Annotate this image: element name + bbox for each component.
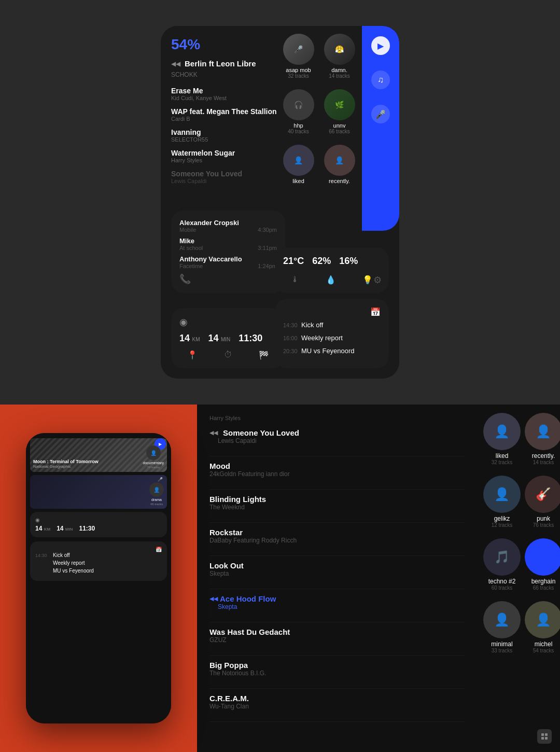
playlist-avatar: 🎸	[525, 476, 560, 513]
now-playing-title: Berlin ft Leon Libre	[185, 59, 256, 68]
playlist-name: liked	[292, 178, 304, 184]
track-artist: Skepta	[209, 603, 465, 610]
playlist-count: 66 tracks	[533, 585, 554, 591]
playlist-item[interactable]: berghain 66 tracks	[525, 538, 560, 591]
track-list-item[interactable]: Rockstar DaBaby Featuring Roddy Ricch	[209, 523, 465, 556]
playing-indicator: ◀◀	[209, 595, 218, 602]
contact-type: Mobile	[179, 227, 196, 233]
playlist-item[interactable]: 👤 michel 54 tracks	[525, 601, 560, 653]
playlist-avatar	[525, 538, 560, 576]
nav-distance-unit: KM	[192, 337, 200, 342]
contact-time: 3:11pm	[258, 245, 277, 251]
settings-icon[interactable]: ⚙	[373, 274, 382, 286]
playlist-item[interactable]: 🎸 punk 76 tracks	[525, 476, 560, 528]
contact-sub: Facetime 1:24pm	[179, 263, 277, 269]
track-list-item[interactable]: Mood 24kGoldn Featuring iann dior	[209, 456, 465, 490]
speaker-icon: ◀◀	[171, 60, 180, 67]
playlist-name: asap mob	[286, 67, 311, 73]
weather-icons-row: 🌡 💧 💡	[283, 275, 381, 285]
playlist-avatar: 😤	[324, 34, 355, 65]
playlist-name: punk	[537, 515, 550, 522]
phone-calendar-event: 14:30 Kick off	[35, 552, 162, 558]
playlist-count: 76 tracks	[533, 522, 554, 528]
contact-item[interactable]: Alexander Cropski Mobile 4:30pm	[179, 219, 277, 233]
playlist-count: 66 tracks	[329, 129, 350, 134]
track-artist: 24kGoldn Featuring iann dior	[209, 470, 465, 478]
playlist-avatar: 👤	[525, 413, 560, 450]
playlist-item[interactable]: 👤 recently. 14 tracks	[525, 413, 560, 465]
playlist-name: hhp	[293, 122, 303, 129]
playlist-count: 14 tracks	[533, 459, 554, 465]
track-list-item[interactable]: Look Out Skepta	[209, 556, 465, 589]
music-note-icon[interactable]: ♫	[371, 71, 390, 89]
playlist-item[interactable]: 🎵 techno #2 60 tracks	[483, 538, 521, 591]
calendar-event: 20:30 MU vs Feyenoord	[283, 347, 381, 355]
track-list-item[interactable]: C.R.E.A.M. Wu-Tang Clan	[209, 689, 465, 722]
event-title: Weekly report	[301, 334, 343, 342]
mic-icon[interactable]: 🎤	[371, 105, 390, 123]
temperature: 21°C	[283, 256, 304, 267]
playlist-avatar: 👤	[525, 601, 560, 638]
event-time: 20:30	[283, 348, 301, 354]
playlist-hhp[interactable]: 🎧 hhp 40 tracks	[280, 89, 317, 134]
playlist-item[interactable]: 👤 gelikz 12 tracks	[483, 476, 521, 528]
event-time: 16:00	[283, 335, 301, 341]
track-title: Rockstar	[209, 528, 465, 537]
droplet-icon: 💧	[326, 275, 336, 285]
nav-time: 11:30	[239, 333, 262, 344]
video-thumbnail[interactable]: Moon : Terminal of Tomorrow National Geo…	[30, 438, 167, 472]
track-list-item[interactable]: Was Hast Du Gedacht GZUZ	[209, 622, 465, 656]
phone-calendar-widget: 📅 14:30 Kick off Weekly report MU vs Fey…	[30, 541, 167, 581]
contact-item[interactable]: Anthony Vaccarello Facetime 1:24pm	[179, 255, 277, 269]
phone-icon-row: 📞	[179, 273, 277, 285]
track-list-item-playing[interactable]: ◀◀ Ace Hood Flow Skepta	[209, 589, 465, 622]
playlist-name: recently.	[329, 178, 350, 184]
phone-event-time: 14:30	[35, 553, 50, 558]
track-title: Mood	[209, 462, 465, 470]
playlist-count: 60 tracks	[492, 585, 513, 591]
event-time: 14:30	[283, 322, 301, 328]
playlist-count: 54 tracks	[533, 648, 554, 653]
playlist-name: gelikz	[494, 515, 510, 522]
weather-widget: 21°C 62% 16% 🌡 💧 💡 ⚙	[275, 247, 389, 293]
play-icon[interactable]: ▶	[371, 36, 390, 55]
playlist-avatar: 👤	[483, 476, 521, 513]
expand-icon[interactable]	[537, 729, 552, 744]
playlist-count: 32 tracks	[288, 73, 309, 79]
track-list-item[interactable]: Big Poppa The Notorious B.I.G.	[209, 656, 465, 689]
playlist-liked[interactable]: 👤 liked	[280, 145, 317, 184]
playlist-recently[interactable]: 👤 recently.	[321, 145, 358, 184]
playlist-avatar: 🌿	[324, 89, 355, 120]
contact-item[interactable]: Mike At school 3:11pm	[179, 237, 277, 251]
playlist-item[interactable]: 👤 minimal 33 tracks	[483, 601, 521, 653]
contact-type: At school	[179, 245, 203, 251]
playlist-count: 33 tracks	[492, 648, 513, 653]
track-list-item[interactable]: Blinding Lights The Weeknd	[209, 490, 465, 523]
phone-calendar-event: Weekly report	[35, 560, 162, 566]
blue-accent-panel: ▶ ♫ 🎤	[362, 26, 399, 231]
playlist-avatar: 🎵	[483, 538, 521, 576]
track-title: Someone You Loved	[223, 428, 299, 437]
playlist-name: michel	[535, 640, 553, 648]
playlist-asap-mob[interactable]: 🎤 asap mob 32 tracks	[280, 34, 317, 79]
calendar-event: 14:30 Kick off	[283, 321, 381, 329]
rain-chance: 16%	[339, 256, 358, 267]
video-thumbnail[interactable]: 👤 drama 46 tracks	[30, 475, 167, 509]
phone-frame: Moon : Terminal of Tomorrow National Geo…	[26, 433, 171, 723]
event-title: MU vs Feyenoord	[301, 347, 355, 355]
event-title: Kick off	[301, 321, 323, 329]
track-list-item[interactable]: ◀◀ Someone You Loved Lewis Capaldi	[209, 423, 465, 456]
track-title: Ace Hood Flow	[220, 594, 276, 603]
phone-event-title: Weekly report	[53, 560, 85, 566]
music-list-panel: Harry Styles ◀◀ Someone You Loved Lewis …	[197, 405, 477, 752]
playlist-count: 32 tracks	[492, 459, 513, 465]
nav-duration-unit: MIN	[221, 337, 230, 342]
playlist-damn[interactable]: 😤 damn. 14 tracks	[321, 34, 358, 79]
playlist-item[interactable]: 👤 liked 32 tracks	[483, 413, 521, 465]
contact-time: 4:30pm	[258, 227, 277, 233]
top-section: ▶ ♫ 🎤 54% ◀◀ Berlin ft Leon Libre SCHOKK…	[0, 0, 560, 405]
playlist-unnv[interactable]: 🌿 unnv 66 tracks	[321, 89, 358, 134]
calendar-widget: 📅 14:30 Kick off 16:00 Weekly report 20:…	[275, 299, 389, 368]
timer-icon: ⏱	[224, 350, 232, 360]
svg-rect-0	[541, 733, 544, 736]
